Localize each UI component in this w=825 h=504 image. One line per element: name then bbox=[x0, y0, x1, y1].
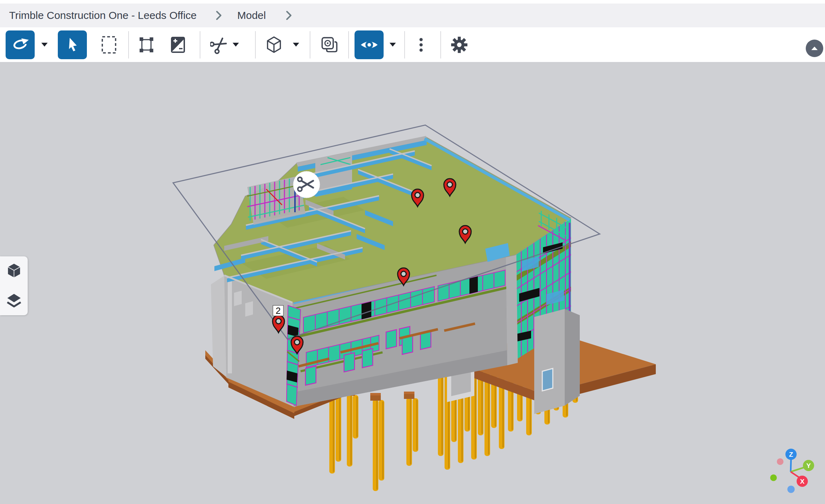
axis-neg-y-dot[interactable] bbox=[770, 475, 777, 481]
box-dropdown-caret[interactable] bbox=[293, 30, 299, 59]
layers-panel-button[interactable] bbox=[6, 292, 22, 310]
section-scissors-handle[interactable] bbox=[293, 171, 320, 198]
axis-neg-z-dot[interactable] bbox=[788, 486, 795, 493]
toolbar-separator bbox=[440, 31, 441, 58]
breadcrumb-page[interactable]: Model bbox=[237, 9, 266, 21]
exposure-icon bbox=[169, 35, 187, 55]
visibility-button[interactable] bbox=[355, 30, 384, 59]
pin-count-badge-label: 2 bbox=[276, 305, 281, 316]
breadcrumb-project[interactable]: Trimble Construction One - Leeds Office bbox=[9, 9, 197, 21]
core-tower bbox=[534, 309, 580, 414]
snapshot-button[interactable] bbox=[320, 30, 338, 59]
orbit-icon bbox=[10, 34, 31, 55]
toolbar-separator bbox=[128, 31, 129, 58]
frame-handles-icon bbox=[137, 34, 156, 55]
toolbar-separator bbox=[310, 31, 310, 58]
snapshot-icon bbox=[320, 35, 338, 55]
transform-button[interactable] bbox=[137, 30, 156, 59]
axis-z-label: Z bbox=[789, 451, 793, 458]
eye-icon bbox=[359, 35, 379, 55]
toolbar-separator bbox=[348, 31, 349, 58]
settings-button[interactable] bbox=[450, 30, 468, 59]
marquee-icon bbox=[101, 35, 117, 55]
toolbar bbox=[0, 27, 825, 62]
scissors-icon bbox=[210, 35, 228, 55]
models-cube-icon bbox=[6, 262, 22, 279]
gear-icon bbox=[450, 35, 468, 55]
orbit-dropdown-caret[interactable] bbox=[41, 30, 48, 59]
marquee-select-button[interactable] bbox=[100, 30, 118, 59]
toolbar-separator bbox=[404, 31, 405, 58]
layers-icon bbox=[6, 292, 22, 308]
cursor-icon bbox=[63, 36, 82, 54]
breadcrumb: Trimble Construction One - Leeds Office … bbox=[0, 4, 825, 27]
kebab-icon bbox=[419, 36, 423, 54]
collapse-toolbar-button[interactable] bbox=[806, 40, 823, 57]
section-cut-button[interactable] bbox=[210, 30, 228, 59]
exposure-button[interactable] bbox=[169, 30, 187, 59]
viewer-side-panel bbox=[0, 256, 28, 315]
select-button[interactable] bbox=[58, 30, 87, 59]
axis-neg-x-dot[interactable] bbox=[777, 458, 784, 465]
top-strip bbox=[0, 0, 825, 4]
chevron-right-icon bbox=[215, 10, 222, 21]
visibility-dropdown-caret[interactable] bbox=[390, 30, 396, 59]
collapse-up-icon bbox=[811, 47, 818, 50]
viewport-canvas[interactable]: 2 Z Y X bbox=[0, 62, 825, 504]
section-dropdown-caret[interactable] bbox=[233, 30, 239, 59]
more-button[interactable] bbox=[417, 30, 426, 59]
axis-x-label: X bbox=[800, 478, 805, 485]
chevron-right-icon bbox=[286, 10, 293, 21]
box-view-button[interactable] bbox=[265, 30, 283, 59]
toolbar-separator bbox=[255, 31, 256, 58]
models-panel-button[interactable] bbox=[6, 262, 22, 281]
axis-y-label: Y bbox=[806, 462, 811, 469]
toolbar-separator bbox=[200, 31, 200, 58]
orbit-button[interactable] bbox=[6, 30, 35, 59]
cube-outline-icon bbox=[265, 35, 283, 55]
